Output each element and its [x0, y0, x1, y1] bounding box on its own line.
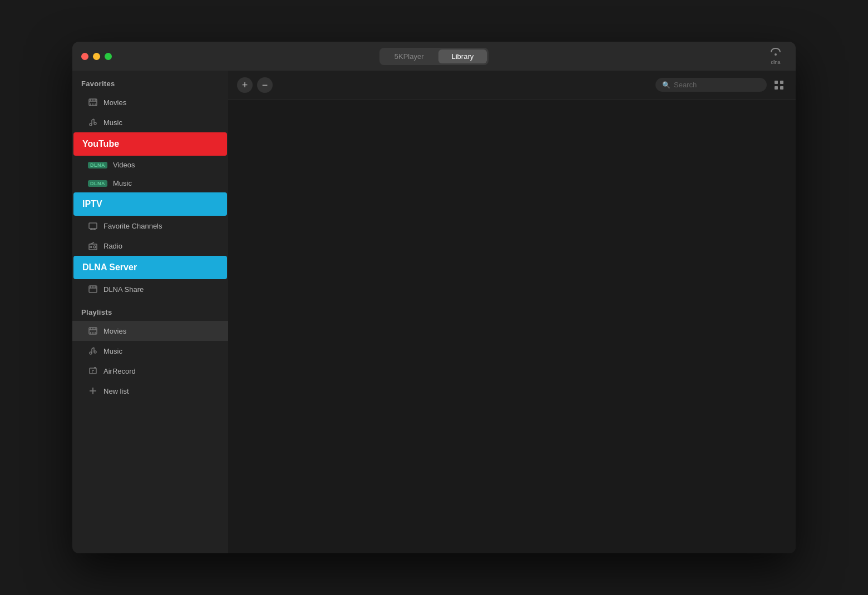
content-area: + − 🔍 — [228, 71, 796, 553]
playlist-movies-icon — [88, 326, 98, 336]
app-window: 5KPlayer Library dlna Favorites — [72, 42, 796, 553]
svg-rect-33 — [780, 81, 783, 84]
sidebar-item-dlna-share[interactable]: DLNA Share — [72, 279, 228, 299]
playlist-movies-label: Movies — [103, 327, 126, 335]
sidebar-item-radio[interactable]: Radio — [72, 236, 228, 256]
sidebar-item-movies[interactable]: Movies — [72, 92, 228, 112]
dlna-server-label: DLNA Server — [82, 262, 137, 272]
svg-point-13 — [93, 246, 96, 248]
svg-rect-32 — [775, 81, 778, 84]
sidebar-item-dlna-music[interactable]: DLNA Music — [72, 174, 228, 192]
plus-icon — [88, 386, 98, 396]
sidebar-item-new-list[interactable]: New list — [72, 381, 228, 401]
radio-label: Radio — [103, 242, 122, 250]
new-list-label: New list — [103, 387, 129, 395]
maximize-button[interactable] — [105, 53, 112, 60]
close-button[interactable] — [81, 53, 88, 60]
dlna-tag-videos: DLNA — [88, 162, 107, 168]
dlna-tag-music: DLNA — [88, 180, 107, 187]
favorite-channels-label: Favorite Channels — [103, 222, 162, 230]
sidebar-item-dlna-videos[interactable]: DLNA Videos — [72, 156, 228, 174]
dlna-button[interactable]: dlna — [765, 45, 787, 67]
dlna-music-label: Music — [113, 179, 132, 187]
sidebar-item-music[interactable]: Music — [72, 112, 228, 132]
search-box: 🔍 — [655, 78, 767, 92]
sidebar-item-playlist-music[interactable]: Music — [72, 341, 228, 361]
search-icon: 🔍 — [662, 81, 670, 89]
dlna-icon — [769, 48, 782, 59]
playlist-music-icon — [88, 346, 98, 356]
svg-rect-29 — [90, 368, 96, 374]
dlna-videos-label: Videos — [113, 161, 135, 169]
grid-toggle-button[interactable] — [771, 77, 787, 93]
dlna-share-icon — [88, 284, 98, 294]
movies-label: Movies — [103, 98, 126, 107]
svg-rect-34 — [775, 86, 778, 90]
playlist-music-label: Music — [103, 347, 122, 355]
movies-icon — [88, 97, 98, 107]
dlna-label: dlna — [771, 60, 780, 65]
main-layout: Favorites Movies — [72, 71, 796, 553]
minimize-button[interactable] — [93, 53, 100, 60]
dlna-share-label: DLNA Share — [103, 285, 144, 294]
content-body — [228, 100, 796, 553]
radio-icon — [88, 241, 98, 251]
sidebar: Favorites Movies — [72, 71, 228, 553]
search-input[interactable] — [674, 81, 760, 89]
toolbar: + − 🔍 — [228, 71, 796, 100]
tab-group: 5KPlayer Library — [379, 48, 489, 65]
tab-5kplayer[interactable]: 5KPlayer — [381, 49, 437, 63]
youtube-label: YouTube — [82, 139, 119, 149]
airrecord-icon — [88, 366, 98, 376]
iptv-label: IPTV — [82, 199, 102, 209]
sidebar-item-playlist-movies[interactable]: Movies — [72, 321, 228, 341]
tv-icon — [88, 221, 98, 231]
playlist-airrecord-label: AirRecord — [103, 367, 136, 375]
traffic-lights — [81, 53, 112, 60]
sidebar-item-favorite-channels[interactable]: Favorite Channels — [72, 216, 228, 236]
sidebar-item-dlna-server[interactable]: DLNA Server — [73, 256, 227, 279]
svg-rect-35 — [780, 86, 783, 90]
music-label: Music — [103, 118, 122, 127]
remove-button[interactable]: − — [257, 77, 273, 93]
sidebar-item-playlist-airrecord[interactable]: AirRecord — [72, 361, 228, 381]
music-icon — [88, 117, 98, 127]
add-button[interactable]: + — [237, 77, 253, 93]
svg-rect-8 — [89, 223, 97, 229]
sidebar-item-iptv[interactable]: IPTV — [73, 192, 227, 216]
sidebar-item-youtube[interactable]: YouTube — [73, 132, 227, 156]
favorites-header: Favorites — [72, 71, 228, 92]
tab-library[interactable]: Library — [438, 49, 487, 63]
titlebar: 5KPlayer Library dlna — [72, 42, 796, 71]
playlists-header: Playlists — [72, 299, 228, 321]
